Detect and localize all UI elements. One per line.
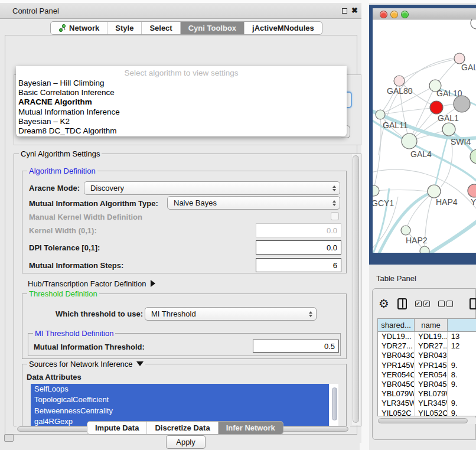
kernel-width-label: Kernel Width (0,1):: [29, 226, 97, 235]
which-threshold-label: Which threshold to use:: [56, 309, 143, 318]
algorithm-option[interactable]: ARACNE Algorithm: [16, 97, 347, 107]
network-node-hap2[interactable]: [401, 226, 410, 235]
combo-arrows-icon: [305, 311, 316, 317]
table-horizontal-scrollbar[interactable]: [377, 418, 476, 424]
table-row[interactable]: YBR043CYBR043C: [378, 351, 476, 360]
mac-close-icon[interactable]: [380, 11, 387, 18]
network-node-gal11[interactable]: [376, 110, 385, 119]
kernel-width-field[interactable]: [256, 223, 341, 237]
tab-impute-data[interactable]: Impute Data: [87, 422, 146, 434]
table-row[interactable]: YBL079WYBL079W: [378, 389, 476, 399]
control-panel-titlebar: Control Panel ✖: [0, 3, 361, 19]
node-label: GAL4: [410, 149, 432, 159]
algorithm-option[interactable]: Basic Correlation Inference: [16, 88, 347, 97]
tab-label: jActiveMNodules: [252, 24, 314, 32]
table-scrollbar-thumb[interactable]: [378, 418, 468, 423]
tab-label: Infer Network: [226, 423, 275, 432]
network-node-gal1[interactable]: [442, 123, 455, 136]
network-edge[interactable]: [426, 220, 476, 253]
algorithm-option[interactable]: Dream8 DC_TDC Algorithm: [16, 126, 347, 136]
network-node[interactable]: [471, 19, 476, 29]
data-attributes-list: SelfLoopsTopologicalCoefficientBetweenne…: [31, 384, 338, 426]
table-row[interactable]: YIL052CYIL052C9.: [378, 409, 476, 417]
mi-type-select[interactable]: Naive Bayes: [167, 196, 340, 210]
attribute-list-item-selected[interactable]: BetweennessCentrality: [31, 406, 329, 416]
unchecked-boxes-icon[interactable]: [438, 301, 453, 307]
tab-cyni-toolbox[interactable]: Cyni Toolbox: [180, 22, 244, 34]
which-threshold-select[interactable]: MI Threshold: [145, 307, 317, 321]
algorithm-option[interactable]: Mutual Information Inference: [16, 107, 347, 117]
network-node-y[interactable]: [468, 184, 476, 197]
algorithm-option[interactable]: Bayesian – Hill Climbing: [16, 79, 347, 88]
attribute-list-item-selected[interactable]: TopologicalCoefficient: [31, 394, 329, 405]
attribute-list-item-selected[interactable]: SelfLoops: [31, 384, 329, 394]
network-edge[interactable]: [374, 190, 428, 191]
node-label: GAL: [461, 63, 476, 72]
cyni-bottom-tabs: Impute DataDiscretize DataInfer Network: [87, 421, 283, 435]
manual-kernel-checkbox[interactable]: [331, 212, 339, 220]
table-cell: 9.: [448, 409, 476, 417]
document-icon[interactable]: [470, 298, 476, 309]
algorithm-dropdown: Select algorithm to view settings Bayesi…: [16, 66, 347, 136]
list-scrollbar-thumb[interactable]: [332, 387, 337, 420]
mac-zoom-icon[interactable]: [401, 11, 409, 18]
apply-button[interactable]: Apply: [166, 435, 206, 449]
dropdown-placeholder: Select algorithm to view settings: [16, 69, 347, 79]
column-header[interactable]: shared...: [378, 319, 415, 331]
table-panel-toolbar: ⚙ ✓✓: [379, 296, 476, 311]
table-cell: YDL19...: [415, 332, 448, 341]
mi-threshold-field[interactable]: [253, 340, 339, 353]
network-node[interactable]: [430, 101, 443, 114]
tab-network[interactable]: Network: [51, 22, 107, 34]
gear-icon[interactable]: ⚙: [379, 298, 389, 309]
table-cell: YLR345W: [415, 399, 448, 408]
float-window-icon[interactable]: [342, 8, 347, 14]
table-row[interactable]: YBR045CYBR045C9.: [378, 380, 476, 389]
network-node-gal80[interactable]: [394, 76, 405, 86]
network-edge[interactable]: [379, 57, 459, 155]
network-node[interactable]: [454, 96, 470, 112]
mac-minimize-icon[interactable]: [390, 11, 398, 18]
tab-jactivemnodules[interactable]: jActiveMNodules: [244, 22, 322, 34]
table-row[interactable]: YLR345WYLR345W9.: [378, 399, 476, 408]
network-node-hap4[interactable]: [428, 185, 441, 198]
minimized-panel-icon[interactable]: [4, 434, 14, 442]
table-row[interactable]: YPR145WYPR145W9.: [378, 361, 476, 370]
table-cell: 9.: [448, 380, 476, 389]
column-header[interactable]: name: [415, 319, 448, 331]
network-node-gcy1[interactable]: [373, 185, 379, 196]
table-cell: [448, 389, 476, 399]
close-icon[interactable]: ✖: [351, 6, 358, 15]
dpi-tolerance-field[interactable]: [256, 240, 341, 255]
table-row[interactable]: YDR27...YDR27...12: [378, 341, 476, 351]
dropdown-items: Bayesian – Hill ClimbingBasic Correlatio…: [16, 79, 347, 136]
settings-vertical-scrollbar[interactable]: [351, 154, 360, 425]
table-row[interactable]: YER054CYER054C8.: [378, 370, 476, 380]
algorithm-option[interactable]: Bayesian – K2: [16, 117, 347, 126]
network-canvas[interactable]: GALGAL80GAL10GAL1GAL11SWI4GAL4GCY1HAP4YH…: [373, 19, 476, 253]
tab-infer-network[interactable]: Infer Network: [218, 422, 283, 434]
table-row[interactable]: YDL19...YDL19...13: [378, 332, 476, 341]
network-node-gal4[interactable]: [402, 133, 417, 149]
table-cell: 12: [448, 341, 476, 351]
table-cell: YDR27...: [378, 341, 415, 351]
network-window-titlebar[interactable]: [373, 8, 476, 19]
vertical-scrollbar-thumb[interactable]: [353, 155, 359, 423]
mi-steps-field[interactable]: [256, 258, 341, 272]
network-edge[interactable]: [399, 58, 459, 81]
network-node-swi4[interactable]: [470, 149, 476, 164]
sources-group-title[interactable]: Sources for Network Inference: [27, 360, 145, 369]
column-header[interactable]: [448, 319, 476, 331]
node-label: HAP2: [406, 236, 428, 245]
network-edge[interactable]: [434, 136, 448, 191]
tab-style[interactable]: Style: [107, 22, 141, 34]
tab-discretize-data[interactable]: Discretize Data: [146, 422, 217, 434]
aracne-mode-select[interactable]: Discovery: [84, 181, 340, 195]
columns-icon[interactable]: [397, 298, 407, 309]
tab-select[interactable]: Select: [141, 22, 180, 34]
data-attributes-label: Data Attributes: [27, 373, 81, 381]
checked-boxes-icon[interactable]: ✓✓: [415, 301, 430, 307]
network-node[interactable]: [420, 246, 429, 253]
table-cell: 8.: [448, 370, 476, 380]
hub-definition-expander[interactable]: Hub/Transcription Factor Definition: [28, 279, 155, 288]
